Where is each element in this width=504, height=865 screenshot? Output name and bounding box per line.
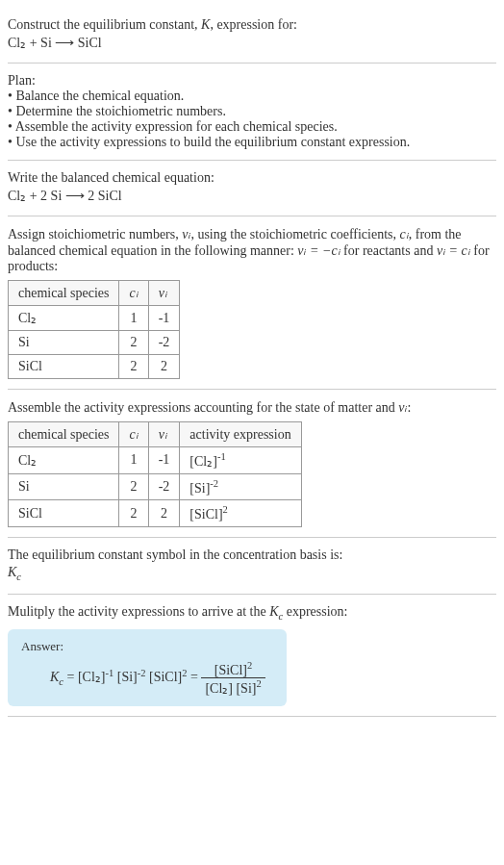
stoich-rel2: νᵢ = cᵢ bbox=[437, 243, 470, 258]
kc-k: K bbox=[8, 565, 16, 579]
stoich-t1: Assign stoichiometric numbers, bbox=[8, 227, 182, 242]
cell-c: 2 bbox=[119, 331, 148, 355]
intro-line1: Construct the equilibrium constant, bbox=[8, 17, 201, 32]
k-symbol: K bbox=[201, 17, 210, 32]
cell-c: 1 bbox=[119, 306, 148, 331]
cell-activity: [SiCl]2 bbox=[180, 500, 301, 527]
cell-v: -2 bbox=[148, 331, 180, 355]
col-species: chemical species bbox=[9, 281, 119, 306]
symbol-kc: Kc bbox=[8, 563, 496, 584]
a-base: [Cl₂] bbox=[189, 454, 217, 469]
ans-kc: K bbox=[50, 670, 59, 684]
a-base: [Si] bbox=[189, 480, 210, 495]
kc-c: c bbox=[16, 572, 21, 582]
ans-t2e: -2 bbox=[138, 667, 146, 677]
table-header-row: chemical species cᵢ νᵢ activity expressi… bbox=[9, 422, 302, 447]
activity-h1: Assemble the activity expressions accoun… bbox=[8, 400, 398, 415]
frac-den: [Cl₂] [Si]2 bbox=[201, 678, 265, 697]
symbol-section: The equilibrium constant symbol in the c… bbox=[8, 538, 496, 595]
cell-c: 2 bbox=[119, 355, 148, 379]
table-header-row: chemical species cᵢ νᵢ bbox=[9, 281, 180, 306]
cell-sp: SiCl bbox=[9, 500, 119, 527]
stoich-text: Assign stoichiometric numbers, νᵢ, using… bbox=[8, 226, 496, 274]
answer-expression: Kc = [Cl₂]-1 [Si]-2 [SiCl]2 = [SiCl]2 [C… bbox=[21, 660, 273, 697]
stoich-table: chemical species cᵢ νᵢ Cl₂ 1 -1 Si 2 -2 … bbox=[8, 280, 180, 379]
table-row: Si 2 -2 [Si]-2 bbox=[9, 473, 302, 500]
cell-sp: Si bbox=[9, 473, 119, 500]
plan-b3: • Assemble the activity expression for e… bbox=[8, 119, 496, 135]
frac-num: [SiCl]2 bbox=[201, 660, 265, 679]
cell-v: -2 bbox=[148, 473, 180, 500]
cell-activity: [Si]-2 bbox=[180, 473, 301, 500]
cell-sp: Cl₂ bbox=[9, 447, 119, 474]
balanced-equation: Cl₂ + 2 Si ⟶ 2 SiCl bbox=[8, 186, 496, 206]
answer-box: Answer: Kc = [Cl₂]-1 [Si]-2 [SiCl]2 = [S… bbox=[8, 629, 287, 706]
den2e: 2 bbox=[256, 678, 261, 689]
intro-equation: Cl₂ + Si ⟶ SiCl bbox=[8, 33, 496, 53]
col-vi: νᵢ bbox=[148, 422, 180, 447]
table-row: Cl₂ 1 -1 bbox=[9, 306, 180, 331]
cell-c: 2 bbox=[119, 473, 148, 500]
stoich-section: Assign stoichiometric numbers, νᵢ, using… bbox=[8, 216, 496, 390]
plan-header: Plan: bbox=[8, 73, 496, 89]
col-species: chemical species bbox=[9, 422, 119, 447]
fraction: [SiCl]2 [Cl₂] [Si]2 bbox=[201, 660, 265, 697]
table-row: Cl₂ 1 -1 [Cl₂]-1 bbox=[9, 447, 302, 474]
stoich-ci: cᵢ bbox=[400, 227, 409, 242]
ans-eq2: = bbox=[187, 670, 201, 684]
den1: [Cl₂] bbox=[205, 681, 233, 696]
ans-t2b: [Si] bbox=[117, 670, 138, 684]
mult-kc: K bbox=[269, 604, 278, 619]
intro-line1b: , expression for: bbox=[210, 17, 297, 32]
cell-sp: Cl₂ bbox=[9, 306, 119, 331]
activity-table: chemical species cᵢ νᵢ activity expressi… bbox=[8, 421, 302, 527]
mult-t1: Mulitply the activity expressions to arr… bbox=[8, 604, 269, 619]
col-vi: νᵢ bbox=[148, 281, 180, 306]
a-exp: -2 bbox=[210, 478, 218, 489]
plan-b2: • Determine the stoichiometric numbers. bbox=[8, 104, 496, 119]
ans-t1e: -1 bbox=[105, 667, 113, 677]
ans-t1b: [Cl₂] bbox=[78, 670, 106, 684]
activity-section: Assemble the activity expressions accoun… bbox=[8, 390, 496, 538]
stoich-t4: for reactants and bbox=[340, 243, 437, 258]
num-base: [SiCl] bbox=[214, 662, 247, 676]
plan-b4: • Use the activity expressions to build … bbox=[8, 135, 496, 150]
col-ci: cᵢ bbox=[119, 422, 148, 447]
activity-h2: : bbox=[408, 400, 412, 415]
stoich-t2: , using the stoichiometric coefficients, bbox=[190, 227, 399, 242]
multiply-section: Mulitply the activity expressions to arr… bbox=[8, 595, 496, 717]
ans-eq: = bbox=[63, 670, 78, 684]
cell-sp: Si bbox=[9, 331, 119, 355]
cell-v: 2 bbox=[148, 500, 180, 527]
cell-c: 2 bbox=[119, 500, 148, 527]
intro-section: Construct the equilibrium constant, K, e… bbox=[8, 8, 496, 64]
balanced-header: Write the balanced chemical equation: bbox=[8, 170, 496, 186]
plan-section: Plan: • Balance the chemical equation. •… bbox=[8, 64, 496, 161]
a-exp: 2 bbox=[223, 504, 228, 515]
intro-text: Construct the equilibrium constant, K, e… bbox=[8, 17, 496, 33]
multiply-text: Mulitply the activity expressions to arr… bbox=[8, 604, 496, 622]
cell-activity: [Cl₂]-1 bbox=[180, 447, 301, 474]
cell-sp: SiCl bbox=[9, 355, 119, 379]
answer-label: Answer: bbox=[21, 639, 273, 654]
cell-v: 2 bbox=[148, 355, 180, 379]
table-row: SiCl 2 2 [SiCl]2 bbox=[9, 500, 302, 527]
cell-v: -1 bbox=[148, 306, 180, 331]
symbol-text: The equilibrium constant symbol in the c… bbox=[8, 547, 496, 563]
num-exp: 2 bbox=[247, 660, 252, 671]
ans-t3b: [SiCl] bbox=[149, 670, 182, 684]
stoich-rel1: νᵢ = −cᵢ bbox=[297, 243, 340, 258]
activity-header: Assemble the activity expressions accoun… bbox=[8, 399, 496, 416]
col-ci: cᵢ bbox=[119, 281, 148, 306]
col-activity: activity expression bbox=[180, 422, 301, 447]
cell-c: 1 bbox=[119, 447, 148, 474]
table-row: Si 2 -2 bbox=[9, 331, 180, 355]
activity-nui: νᵢ bbox=[398, 400, 407, 415]
mult-t2: expression: bbox=[283, 604, 347, 619]
cell-v: -1 bbox=[148, 447, 180, 474]
a-exp: -1 bbox=[217, 451, 226, 462]
plan-b1: • Balance the chemical equation. bbox=[8, 89, 496, 104]
balanced-section: Write the balanced chemical equation: Cl… bbox=[8, 161, 496, 216]
a-base: [SiCl] bbox=[189, 507, 222, 522]
table-row: SiCl 2 2 bbox=[9, 355, 180, 379]
